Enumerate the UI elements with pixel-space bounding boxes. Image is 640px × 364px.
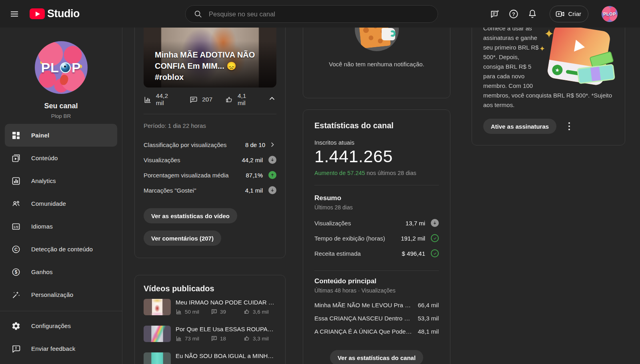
feedback-icon bbox=[11, 344, 21, 354]
video-comments-button[interactable]: Ver comentários (207) bbox=[144, 231, 221, 246]
avatar-text: PLOP bbox=[603, 12, 616, 16]
play-icon bbox=[574, 40, 586, 53]
topbar: Studio ? bbox=[0, 0, 640, 28]
earnings-icon: $ bbox=[11, 267, 21, 277]
thumbs-up-icon bbox=[244, 335, 250, 342]
notifications-empty-illustration bbox=[355, 28, 399, 51]
memberships-illustration: ✦ ✦ ★ bbox=[542, 28, 614, 90]
metric-row-views: Visualizações 44,2 mil bbox=[144, 152, 276, 167]
video-analytics-button[interactable]: Ver as estatísticas do vídeo bbox=[144, 208, 237, 223]
published-videos-card: Vídeos publicados Meu IRMAO NAO PODE CUI… bbox=[134, 275, 286, 364]
analytics-icon bbox=[11, 176, 21, 186]
sidebar: PL P Seu canal Plop BR Painel Conteúdo bbox=[0, 28, 122, 364]
check-circle-icon bbox=[431, 234, 439, 242]
latest-video-thumbnail[interactable]: Minha MÃE ADOTIVA NÃO CONFIA Em MIM... 😞… bbox=[144, 28, 276, 88]
studio-wordmark: Studio bbox=[47, 8, 80, 20]
settings-icon bbox=[11, 321, 21, 331]
notifications-card: Você não tem nenhuma notificação. bbox=[303, 28, 450, 98]
metric-row-avg-percentage: Porcentagem visualizada média 87,1% bbox=[144, 167, 276, 183]
dashboard-icon bbox=[11, 131, 21, 140]
sidebar-item-enviar-feedback[interactable]: Enviar feedback bbox=[5, 337, 117, 360]
bar-chart-icon bbox=[176, 335, 182, 342]
sidebar-item-configuracoes[interactable]: Configurações bbox=[5, 314, 117, 337]
subtitles-icon bbox=[11, 222, 21, 231]
summary-row-watch-time: Tempo de exibição (horas) 191,2 mil bbox=[314, 231, 439, 246]
customization-icon bbox=[11, 290, 21, 300]
sidebar-item-analytics[interactable]: Analytics bbox=[5, 169, 117, 192]
chevron-up-icon bbox=[268, 94, 276, 103]
views-stat: 44,2 mil bbox=[144, 92, 176, 107]
comment-icon bbox=[189, 95, 198, 104]
sidebar-item-personalizacao[interactable]: Personalização bbox=[5, 283, 117, 306]
top-video-row[interactable]: Minha MÃE NÃO Me LEVOU Pra DIS... 66,4 m… bbox=[314, 298, 439, 312]
more-options-icon[interactable] bbox=[567, 121, 572, 132]
channel-analytics-button[interactable]: Ver as estatísticas do canal bbox=[330, 350, 423, 364]
community-icon bbox=[11, 199, 21, 209]
trend-up-icon bbox=[268, 171, 276, 179]
column-latest-video: Minha MÃE ADOTIVA NÃO CONFIA Em MIM... 😞… bbox=[134, 28, 286, 364]
content-icon bbox=[11, 153, 21, 163]
notifications-empty-message: Você não tem nenhuma notificação. bbox=[313, 61, 440, 68]
create-button[interactable]: Criar bbox=[550, 6, 589, 22]
help-button[interactable]: ? bbox=[506, 6, 522, 22]
comments-stat: 207 bbox=[189, 95, 212, 104]
hamburger-icon bbox=[10, 9, 19, 19]
subscribers-count: 1.441.265 bbox=[314, 147, 439, 166]
check-circle-icon bbox=[431, 249, 439, 257]
topbar-actions: ? Criar PLOP bbox=[487, 6, 618, 22]
subscribers-label: Inscritos atuais bbox=[314, 139, 439, 146]
top-video-row[interactable]: A CRIANÇA É A ÚNICA Que Pode SA... 48,1 … bbox=[314, 325, 439, 338]
subscribers-growth: Aumento de 57.245 nos últimos 28 dias bbox=[314, 170, 439, 176]
avatar-eye-graphic bbox=[60, 62, 71, 73]
latest-video-title: Minha MÃE ADOTIVA NÃO CONFIA Em MIM... 😞… bbox=[155, 49, 266, 83]
divider bbox=[144, 114, 276, 114]
published-video-row[interactable]: Eu NÃO SOU BOA IGUAL a MINHA... bbox=[144, 352, 276, 364]
metric-row-ranking[interactable]: Classificação por visualizações 8 de 10 bbox=[144, 137, 276, 152]
bell-icon bbox=[527, 9, 538, 19]
sidebar-nav: Painel Conteúdo Analytics Comunidade Idi… bbox=[0, 124, 122, 311]
sidebar-footer: Configurações Enviar feedback bbox=[0, 311, 122, 364]
comment-icon bbox=[211, 308, 217, 315]
channel-header: PL P Seu canal Plop BR bbox=[0, 28, 122, 119]
latest-video-metrics: Classificação por visualizações 8 de 10 … bbox=[144, 137, 276, 198]
column-notifications-stats: Você não tem nenhuma notificação. Estatí… bbox=[303, 28, 450, 364]
svg-text:C: C bbox=[14, 247, 18, 252]
published-video-row[interactable]: Por Que ELE Usa ESSAS ROUPAS?... 73 mil … bbox=[144, 326, 276, 342]
divider bbox=[314, 185, 439, 185]
top-content-subtitle: Últimas 48 horas · Visualizações bbox=[314, 287, 439, 294]
sidebar-item-comunidade[interactable]: Comunidade bbox=[5, 192, 117, 215]
summary-rows: Visualizações 13,7 mi Tempo de exibição … bbox=[314, 215, 439, 261]
menu-hamburger-button[interactable] bbox=[6, 6, 22, 22]
video-thumbnail bbox=[144, 299, 171, 315]
top-video-row[interactable]: Essa CRIANÇA NASCEU Dentro DA ... 53,3 m… bbox=[314, 312, 439, 325]
search-bar[interactable] bbox=[185, 5, 438, 23]
summary-row-views: Visualizações 13,7 mi bbox=[314, 215, 439, 231]
collapse-button[interactable] bbox=[268, 94, 276, 105]
copyright-icon: C bbox=[11, 245, 21, 254]
trend-down-icon bbox=[268, 156, 276, 164]
star-badge-icon: ★ bbox=[552, 64, 564, 76]
published-video-row[interactable]: Meu IRMAO NAO PODE CUIDAR D... 50 mil 39… bbox=[144, 299, 276, 315]
notifications-button[interactable] bbox=[524, 6, 540, 22]
latest-video-card: Minha MÃE ADOTIVA NÃO CONFIA Em MIM... 😞… bbox=[134, 28, 286, 258]
activate-memberships-button[interactable]: Ative as assinaturas bbox=[483, 119, 556, 134]
sidebar-item-deteccao-de-conteudo[interactable]: C Detecção de conteúdo bbox=[5, 238, 117, 261]
published-videos-list: Meu IRMAO NAO PODE CUIDAR D... 50 mil 39… bbox=[144, 299, 276, 364]
bar-chart-icon bbox=[176, 308, 182, 315]
search-input[interactable] bbox=[209, 10, 438, 18]
avatar-tongue-graphic bbox=[59, 74, 69, 86]
channel-stats-card: Estatísticas do canal Inscritos atuais 1… bbox=[303, 109, 450, 364]
youtube-studio-logo[interactable]: Studio bbox=[30, 8, 80, 20]
trend-down-icon bbox=[431, 219, 439, 227]
channel-avatar[interactable]: PL P bbox=[35, 41, 88, 94]
account-avatar[interactable]: PLOP bbox=[602, 6, 618, 22]
thumbs-up-icon bbox=[244, 308, 250, 315]
sidebar-item-ganhos[interactable]: $ Ganhos bbox=[5, 261, 117, 283]
sidebar-item-idiomas[interactable]: Idiomas bbox=[5, 215, 117, 238]
sidebar-item-painel[interactable]: Painel bbox=[5, 124, 117, 147]
period-label: Período: 1 dia 22 horas bbox=[144, 122, 276, 129]
whats-new-button[interactable] bbox=[487, 6, 503, 22]
summary-subtitle: Últimos 28 dias bbox=[314, 204, 439, 211]
sidebar-item-conteudo[interactable]: Conteúdo bbox=[5, 147, 117, 169]
dashboard-main: Minha MÃE ADOTIVA NÃO CONFIA Em MIM... 😞… bbox=[123, 28, 640, 364]
